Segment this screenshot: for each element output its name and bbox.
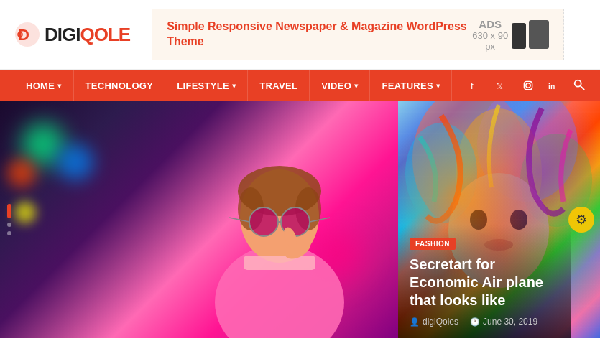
author-meta: 👤 digiQoles bbox=[410, 317, 458, 327]
fashion-badge: FASHION bbox=[410, 238, 456, 250]
slider-dot-active[interactable] bbox=[7, 204, 11, 218]
header: D DIGIQOLE Simple Responsive Newspaper &… bbox=[0, 0, 600, 70]
user-icon: 👤 bbox=[410, 317, 420, 327]
svg-point-9 bbox=[575, 80, 581, 86]
chevron-down-icon: ▾ bbox=[232, 82, 236, 90]
main-hero[interactable] bbox=[0, 101, 398, 338]
tablet-icon bbox=[529, 20, 549, 49]
chevron-down-icon: ▾ bbox=[436, 82, 440, 90]
slider-dots bbox=[7, 204, 11, 235]
ad-banner: Simple Responsive Newspaper & Magazine W… bbox=[152, 9, 564, 60]
nav-social: f 𝕏 in bbox=[469, 78, 561, 93]
main-nav: HOME ▾ TECHNOLOGY LIFESTYLE ▾ TRAVEL VID… bbox=[0, 70, 600, 101]
side-panel[interactable]: ⚙ FASHION Secretart for Economic Air pla… bbox=[398, 101, 600, 338]
logo-icon: D bbox=[14, 22, 40, 47]
logo[interactable]: D DIGIQOLE bbox=[14, 22, 130, 47]
twitter-icon[interactable]: 𝕏 bbox=[495, 78, 509, 93]
ad-text: Simple Responsive Newspaper & Magazine W… bbox=[167, 19, 469, 50]
nav-item-home[interactable]: HOME ▾ bbox=[14, 70, 74, 101]
date-meta: 🕐 June 30, 2019 bbox=[470, 317, 537, 327]
ad-label: ADS 630 x 90 px bbox=[469, 18, 512, 52]
article-meta: 👤 digiQoles 🕐 June 30, 2019 bbox=[410, 317, 560, 327]
nav-item-lifestyle[interactable]: LIFESTYLE ▾ bbox=[165, 70, 248, 101]
svg-point-7 bbox=[530, 83, 532, 84]
bokeh-light bbox=[14, 202, 36, 223]
svg-rect-16 bbox=[244, 256, 315, 270]
svg-line-10 bbox=[581, 85, 584, 89]
side-overlay: FASHION Secretart for Economic Air plane… bbox=[398, 225, 571, 338]
nav-item-features[interactable]: FEATURES ▾ bbox=[370, 70, 452, 101]
nav-item-video[interactable]: VIDEO ▾ bbox=[310, 70, 370, 101]
slider-dot[interactable] bbox=[7, 231, 11, 235]
linkedin-icon[interactable]: in bbox=[547, 78, 561, 93]
svg-point-17 bbox=[249, 207, 278, 236]
search-icon[interactable] bbox=[573, 78, 586, 93]
chevron-down-icon: ▾ bbox=[354, 82, 358, 90]
facebook-icon[interactable]: f bbox=[469, 78, 484, 93]
hero-person bbox=[179, 116, 380, 338]
nav-item-technology[interactable]: TECHNOLOGY bbox=[74, 70, 166, 101]
nav-items: HOME ▾ TECHNOLOGY LIFESTYLE ▾ TRAVEL VID… bbox=[14, 70, 455, 101]
svg-text:in: in bbox=[548, 83, 555, 90]
gear-icon[interactable]: ⚙ bbox=[568, 207, 594, 233]
logo-text: DIGIQOLE bbox=[45, 24, 130, 46]
chevron-down-icon: ▾ bbox=[57, 82, 61, 90]
ad-device bbox=[512, 20, 549, 49]
svg-point-6 bbox=[526, 83, 530, 88]
phone-icon bbox=[512, 23, 526, 49]
svg-text:D: D bbox=[18, 26, 29, 44]
nav-item-travel[interactable]: TRAVEL bbox=[248, 70, 310, 101]
bokeh-light bbox=[57, 144, 93, 180]
article-title[interactable]: Secretart for Economic Air plane that lo… bbox=[410, 256, 560, 309]
svg-text:𝕏: 𝕏 bbox=[497, 82, 503, 90]
publish-date: June 30, 2019 bbox=[483, 317, 537, 327]
bokeh-light bbox=[7, 159, 36, 187]
instagram-icon[interactable] bbox=[521, 78, 535, 93]
slider-dot[interactable] bbox=[7, 223, 11, 227]
author-name: digiQoles bbox=[423, 317, 458, 327]
content-area: ⚙ FASHION Secretart for Economic Air pla… bbox=[0, 101, 600, 338]
hero-background bbox=[0, 101, 398, 338]
svg-text:f: f bbox=[471, 80, 474, 91]
clock-icon: 🕐 bbox=[470, 317, 480, 327]
